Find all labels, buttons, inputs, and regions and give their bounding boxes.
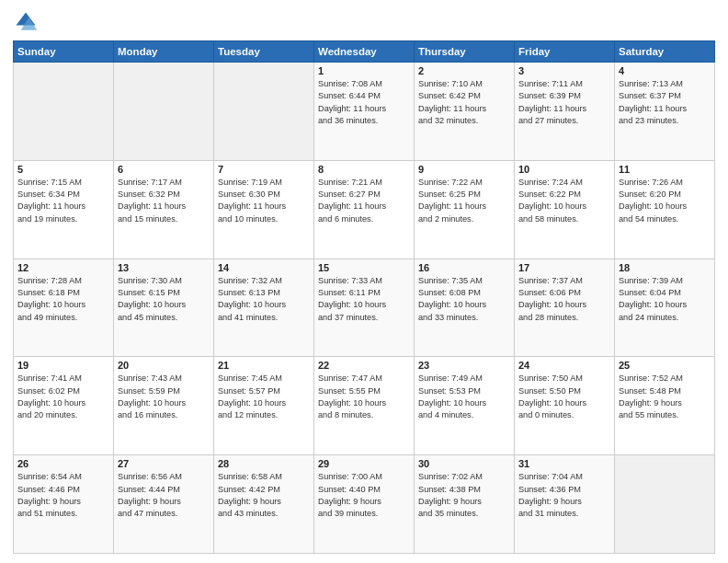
day-info: Sunrise: 7:00 AM Sunset: 4:40 PM Dayligh… xyxy=(318,471,410,520)
table-row: 27Sunrise: 6:56 AM Sunset: 4:44 PM Dayli… xyxy=(114,455,214,554)
day-info: Sunrise: 7:08 AM Sunset: 6:44 PM Dayligh… xyxy=(318,78,410,127)
col-saturday: Saturday xyxy=(615,41,715,63)
table-row: 2Sunrise: 7:10 AM Sunset: 6:42 PM Daylig… xyxy=(415,63,515,161)
day-number: 13 xyxy=(118,262,210,273)
day-info: Sunrise: 7:02 AM Sunset: 4:38 PM Dayligh… xyxy=(418,471,510,520)
col-monday: Monday xyxy=(114,41,214,63)
day-info: Sunrise: 7:52 AM Sunset: 5:48 PM Dayligh… xyxy=(619,373,711,421)
table-row: 5Sunrise: 7:15 AM Sunset: 6:34 PM Daylig… xyxy=(14,160,114,259)
day-number: 19 xyxy=(17,360,109,371)
day-info: Sunrise: 7:33 AM Sunset: 6:11 PM Dayligh… xyxy=(318,275,410,324)
calendar-table: Sunday Monday Tuesday Wednesday Thursday… xyxy=(13,40,715,554)
table-row: 1Sunrise: 7:08 AM Sunset: 6:44 PM Daylig… xyxy=(314,63,415,161)
table-row: 9Sunrise: 7:22 AM Sunset: 6:25 PM Daylig… xyxy=(415,160,515,259)
day-number: 10 xyxy=(518,164,610,175)
table-row: 6Sunrise: 7:17 AM Sunset: 6:32 PM Daylig… xyxy=(114,160,214,259)
day-number: 6 xyxy=(118,164,210,175)
col-wednesday: Wednesday xyxy=(314,41,415,63)
day-info: Sunrise: 7:21 AM Sunset: 6:27 PM Dayligh… xyxy=(318,177,410,225)
day-info: Sunrise: 7:28 AM Sunset: 6:18 PM Dayligh… xyxy=(17,275,109,324)
table-row: 8Sunrise: 7:21 AM Sunset: 6:27 PM Daylig… xyxy=(314,160,415,259)
day-info: Sunrise: 7:19 AM Sunset: 6:30 PM Dayligh… xyxy=(218,177,310,225)
day-number: 31 xyxy=(518,458,610,469)
day-number: 8 xyxy=(318,164,410,175)
table-row: 3Sunrise: 7:11 AM Sunset: 6:39 PM Daylig… xyxy=(515,63,615,161)
day-info: Sunrise: 7:32 AM Sunset: 6:13 PM Dayligh… xyxy=(218,275,310,324)
day-info: Sunrise: 7:50 AM Sunset: 5:50 PM Dayligh… xyxy=(518,373,610,421)
day-info: Sunrise: 7:04 AM Sunset: 4:36 PM Dayligh… xyxy=(518,471,610,520)
day-number: 14 xyxy=(218,262,310,273)
day-number: 18 xyxy=(619,262,711,273)
day-info: Sunrise: 7:49 AM Sunset: 5:53 PM Dayligh… xyxy=(418,373,510,421)
day-number: 23 xyxy=(418,360,510,371)
day-number: 25 xyxy=(619,360,711,371)
day-number: 24 xyxy=(518,360,610,371)
page-header xyxy=(13,9,715,35)
col-thursday: Thursday xyxy=(415,41,515,63)
table-row: 12Sunrise: 7:28 AM Sunset: 6:18 PM Dayli… xyxy=(14,259,114,357)
table-row: 10Sunrise: 7:24 AM Sunset: 6:22 PM Dayli… xyxy=(515,160,615,259)
day-info: Sunrise: 7:47 AM Sunset: 5:55 PM Dayligh… xyxy=(318,373,410,421)
table-row: 23Sunrise: 7:49 AM Sunset: 5:53 PM Dayli… xyxy=(415,357,515,455)
day-info: Sunrise: 7:15 AM Sunset: 6:34 PM Dayligh… xyxy=(17,177,109,225)
day-info: Sunrise: 7:13 AM Sunset: 6:37 PM Dayligh… xyxy=(619,78,711,127)
day-info: Sunrise: 6:58 AM Sunset: 4:42 PM Dayligh… xyxy=(218,471,310,520)
calendar-header-row: Sunday Monday Tuesday Wednesday Thursday… xyxy=(14,41,715,63)
day-info: Sunrise: 7:24 AM Sunset: 6:22 PM Dayligh… xyxy=(518,177,610,225)
logo xyxy=(13,9,42,35)
table-row: 26Sunrise: 6:54 AM Sunset: 4:46 PM Dayli… xyxy=(14,455,114,554)
day-number: 11 xyxy=(619,164,711,175)
col-tuesday: Tuesday xyxy=(214,41,314,63)
table-row: 4Sunrise: 7:13 AM Sunset: 6:37 PM Daylig… xyxy=(615,63,715,161)
day-info: Sunrise: 7:30 AM Sunset: 6:15 PM Dayligh… xyxy=(118,275,210,324)
day-number: 4 xyxy=(619,65,711,76)
day-number: 9 xyxy=(418,164,510,175)
day-number: 28 xyxy=(218,458,310,469)
day-number: 22 xyxy=(318,360,410,371)
day-number: 21 xyxy=(218,360,310,371)
day-number: 17 xyxy=(518,262,610,273)
table-row: 28Sunrise: 6:58 AM Sunset: 4:42 PM Dayli… xyxy=(214,455,314,554)
table-row xyxy=(114,63,214,161)
table-row: 24Sunrise: 7:50 AM Sunset: 5:50 PM Dayli… xyxy=(515,357,615,455)
table-row: 20Sunrise: 7:43 AM Sunset: 5:59 PM Dayli… xyxy=(114,357,214,455)
day-info: Sunrise: 6:54 AM Sunset: 4:46 PM Dayligh… xyxy=(17,471,109,520)
table-row: 17Sunrise: 7:37 AM Sunset: 6:06 PM Dayli… xyxy=(515,259,615,357)
table-row: 11Sunrise: 7:26 AM Sunset: 6:20 PM Dayli… xyxy=(615,160,715,259)
day-info: Sunrise: 7:11 AM Sunset: 6:39 PM Dayligh… xyxy=(518,78,610,127)
day-info: Sunrise: 7:43 AM Sunset: 5:59 PM Dayligh… xyxy=(118,373,210,421)
table-row: 30Sunrise: 7:02 AM Sunset: 4:38 PM Dayli… xyxy=(415,455,515,554)
table-row: 15Sunrise: 7:33 AM Sunset: 6:11 PM Dayli… xyxy=(314,259,415,357)
logo-icon xyxy=(13,9,39,35)
day-number: 2 xyxy=(418,65,510,76)
day-number: 26 xyxy=(17,458,109,469)
day-number: 3 xyxy=(518,65,610,76)
day-info: Sunrise: 7:26 AM Sunset: 6:20 PM Dayligh… xyxy=(619,177,711,225)
table-row: 21Sunrise: 7:45 AM Sunset: 5:57 PM Dayli… xyxy=(214,357,314,455)
day-number: 27 xyxy=(118,458,210,469)
table-row: 29Sunrise: 7:00 AM Sunset: 4:40 PM Dayli… xyxy=(314,455,415,554)
table-row: 18Sunrise: 7:39 AM Sunset: 6:04 PM Dayli… xyxy=(615,259,715,357)
table-row: 16Sunrise: 7:35 AM Sunset: 6:08 PM Dayli… xyxy=(415,259,515,357)
table-row: 22Sunrise: 7:47 AM Sunset: 5:55 PM Dayli… xyxy=(314,357,415,455)
day-info: Sunrise: 7:45 AM Sunset: 5:57 PM Dayligh… xyxy=(218,373,310,421)
day-number: 1 xyxy=(318,65,410,76)
day-number: 5 xyxy=(17,164,109,175)
day-number: 30 xyxy=(418,458,510,469)
day-info: Sunrise: 6:56 AM Sunset: 4:44 PM Dayligh… xyxy=(118,471,210,520)
table-row: 14Sunrise: 7:32 AM Sunset: 6:13 PM Dayli… xyxy=(214,259,314,357)
day-info: Sunrise: 7:22 AM Sunset: 6:25 PM Dayligh… xyxy=(418,177,510,225)
day-info: Sunrise: 7:10 AM Sunset: 6:42 PM Dayligh… xyxy=(418,78,510,127)
day-info: Sunrise: 7:39 AM Sunset: 6:04 PM Dayligh… xyxy=(619,275,711,324)
day-number: 7 xyxy=(218,164,310,175)
table-row: 7Sunrise: 7:19 AM Sunset: 6:30 PM Daylig… xyxy=(214,160,314,259)
day-number: 12 xyxy=(17,262,109,273)
col-sunday: Sunday xyxy=(14,41,114,63)
table-row xyxy=(214,63,314,161)
table-row: 13Sunrise: 7:30 AM Sunset: 6:15 PM Dayli… xyxy=(114,259,214,357)
day-info: Sunrise: 7:35 AM Sunset: 6:08 PM Dayligh… xyxy=(418,275,510,324)
day-info: Sunrise: 7:17 AM Sunset: 6:32 PM Dayligh… xyxy=(118,177,210,225)
day-info: Sunrise: 7:37 AM Sunset: 6:06 PM Dayligh… xyxy=(518,275,610,324)
table-row xyxy=(615,455,715,554)
day-info: Sunrise: 7:41 AM Sunset: 6:02 PM Dayligh… xyxy=(17,373,109,421)
